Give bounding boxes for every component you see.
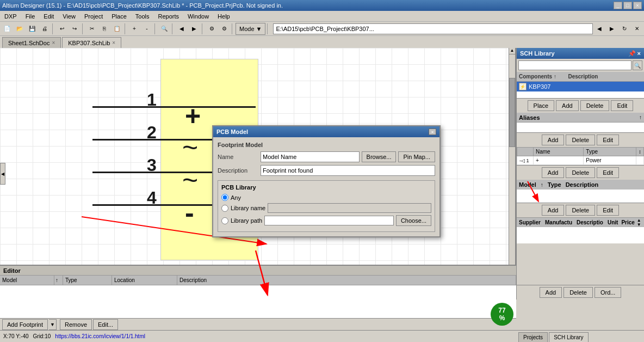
supplier-section: Supplier Manufactu Descriptio Unit Price… <box>517 217 644 285</box>
tb-paste[interactable]: 📋 <box>111 23 123 35</box>
add-footprint-dropdown[interactable]: ▼ <box>49 319 57 330</box>
tb-open[interactable]: 📂 <box>14 23 26 35</box>
scroll-thumb-v[interactable] <box>509 78 515 148</box>
maximize-button[interactable]: □ <box>623 2 632 9</box>
add-alias-button[interactable]: Add <box>542 135 565 145</box>
description-input[interactable] <box>261 165 435 176</box>
panel-header-controls[interactable]: 📌 × <box>628 50 641 57</box>
add-supplier-button[interactable]: Add <box>540 287 562 298</box>
app-title: Altium Designer (15.1) - E:\AD15\pcb\PCB… <box>2 2 614 9</box>
menu-project[interactable]: Project <box>82 12 105 21</box>
menu-reports[interactable]: Reports <box>156 12 181 21</box>
tb-redo[interactable]: ↪ <box>69 23 81 35</box>
add-component-button[interactable]: Add <box>556 100 579 111</box>
tab-sch-library[interactable]: SCH Library <box>549 332 588 342</box>
supplier-scroll-btns[interactable]: ▲ ▼ <box>637 218 641 227</box>
pcb-model-dialog: PCB Model × Footprint Model Name Browse.… <box>212 125 441 237</box>
menu-help[interactable]: Help <box>215 12 232 21</box>
canvas-vscrollbar[interactable]: ▲ ▼ <box>509 48 515 293</box>
menu-place[interactable]: Place <box>109 12 129 21</box>
model-name-input[interactable] <box>261 151 360 162</box>
edit-model-button[interactable]: Edit <box>597 205 619 216</box>
aliases-expand-icon[interactable]: ↑ <box>639 114 642 120</box>
component-item-kbp307[interactable]: ⚡ KBP307 <box>517 82 644 91</box>
aliases-header: Aliases ↑ <box>517 113 644 123</box>
mode-selector[interactable]: Mode ▼ <box>236 23 265 35</box>
tb-save[interactable]: 💾 <box>26 23 38 35</box>
tb-close[interactable]: ✕ <box>631 23 643 35</box>
tb-misc2[interactable]: ⚙ <box>218 23 230 35</box>
library-name-input[interactable] <box>268 203 431 213</box>
library-name-radio[interactable] <box>221 205 228 212</box>
library-path-radio[interactable] <box>221 217 228 224</box>
add-model-button[interactable]: Add <box>542 205 565 216</box>
minimize-button[interactable]: _ <box>614 2 622 9</box>
tab-kbp307[interactable]: KBP307.SchLib × <box>62 37 121 48</box>
tb-nav-back[interactable]: ◀ <box>593 23 605 35</box>
coords-display: X:70 Y:-40 <box>3 333 29 339</box>
scroll-up-btn[interactable]: ▲ <box>509 48 515 54</box>
library-path-input[interactable] <box>264 216 394 225</box>
pins-col-scroll[interactable]: ↕ <box>636 148 644 156</box>
add-footprint-button[interactable]: Add Footprint <box>2 319 48 330</box>
delete-pin-button[interactable]: Delete <box>566 167 595 178</box>
panel-collapse-handle[interactable]: ◀ <box>0 163 5 185</box>
tab-projects[interactable]: Projects <box>518 332 548 342</box>
percent-symbol: % <box>499 314 505 322</box>
tb-zoom-in[interactable]: + <box>128 23 140 35</box>
component-search-box: 🔍 <box>517 59 644 72</box>
add-pin-button[interactable]: Add <box>542 167 565 178</box>
library-path-radio-row: Library path Choose... <box>221 215 431 226</box>
tb-left[interactable]: ◀ <box>176 23 188 35</box>
choose-button[interactable]: Choose... <box>396 215 431 226</box>
tb-copy[interactable]: ⎘ <box>98 23 110 35</box>
window-controls[interactable]: _ □ × <box>614 2 642 9</box>
tb-undo[interactable]: ↩ <box>56 23 68 35</box>
edit-pin-button[interactable]: Edit <box>597 167 619 178</box>
tb-sep1 <box>52 23 54 34</box>
any-radio[interactable] <box>221 194 228 201</box>
tb-search[interactable]: 🔍 <box>158 23 170 35</box>
edit-component-button[interactable]: Edit <box>611 100 633 111</box>
ord-button[interactable]: Ord... <box>595 287 622 298</box>
edit-footprint-button[interactable]: Edit... <box>93 319 118 330</box>
menu-view[interactable]: View <box>60 12 78 21</box>
menu-file[interactable]: File <box>23 12 38 21</box>
supplier-header: Supplier Manufactu Descriptio Unit Price… <box>517 217 644 227</box>
tb-zoom-out[interactable]: - <box>141 23 153 35</box>
component-search-input[interactable] <box>518 60 631 70</box>
edit-alias-button[interactable]: Edit <box>597 135 619 145</box>
delete-model-button[interactable]: Delete <box>566 205 595 216</box>
editor-col-location: Location <box>112 276 177 285</box>
tab-sheet1-close[interactable]: × <box>52 40 55 46</box>
panel-pin-btn[interactable]: 📌 <box>628 50 636 57</box>
close-button[interactable]: × <box>633 2 642 9</box>
menu-tools[interactable]: Tools <box>133 12 152 21</box>
description-row: Description <box>218 165 435 176</box>
delete-component-button[interactable]: Delete <box>580 100 610 111</box>
components-col1: Components <box>519 74 568 80</box>
menu-dxp[interactable]: DXP <box>2 12 19 21</box>
tb-misc1[interactable]: ⚙ <box>206 23 218 35</box>
tb-cut[interactable]: ✂ <box>86 23 98 35</box>
dialog-close-button[interactable]: × <box>429 129 436 135</box>
tb-nav-fwd[interactable]: ▶ <box>606 23 618 35</box>
remove-footprint-button[interactable]: Remove <box>60 319 92 330</box>
tb-print[interactable]: 🖨 <box>39 23 51 35</box>
tab-sheet1[interactable]: Sheet1.SchDoc × <box>2 37 61 48</box>
menu-edit[interactable]: Edit <box>41 12 56 21</box>
tb-new[interactable]: 📄 <box>1 23 13 35</box>
delete-supplier-button[interactable]: Delete <box>564 287 593 298</box>
tb-right[interactable]: ▶ <box>188 23 200 35</box>
delete-alias-button[interactable]: Delete <box>566 135 595 145</box>
pin-map-button[interactable]: Pin Map... <box>398 151 435 162</box>
symbol-minus: - <box>185 199 194 227</box>
tb-refresh[interactable]: ↻ <box>618 23 630 35</box>
search-button[interactable]: 🔍 <box>633 60 642 70</box>
tab-kbp307-close[interactable]: × <box>112 40 115 46</box>
browse-button[interactable]: Browse... <box>362 151 397 162</box>
dialog-controls[interactable]: × <box>429 129 436 135</box>
menu-window[interactable]: Window <box>185 12 211 21</box>
place-button[interactable]: Place <box>528 100 555 111</box>
panel-close-btn[interactable]: × <box>637 50 641 57</box>
